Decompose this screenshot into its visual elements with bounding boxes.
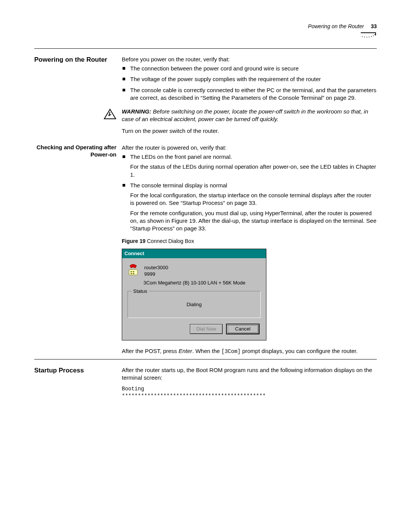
- header-title: Powering on the Router: [308, 23, 364, 30]
- connection-text: router3000 9999: [144, 264, 168, 278]
- turn-on: Turn on the power switch of the router.: [122, 127, 377, 135]
- heading-text: Powering on the Router: [34, 56, 116, 64]
- header-dots-icon: [34, 32, 376, 38]
- body: Before you power on the router, verify t…: [122, 56, 377, 105]
- side-heading: Startup Process: [34, 366, 122, 374]
- bullet-list: The connection between the power cord an…: [122, 65, 377, 102]
- dialog-titlebar: Connect: [122, 249, 266, 258]
- list-item: The console cable is correctly connected…: [122, 86, 377, 102]
- list-item: The console terminal display is normal F…: [122, 182, 377, 233]
- section-powering-on: Powering on the Router Before you power …: [34, 56, 377, 105]
- svg-point-8: [374, 34, 375, 35]
- running-header: Powering on the Router 33: [34, 23, 377, 30]
- status-box: Status Dialing: [127, 291, 261, 318]
- bullet-list: The LEDs on the front panel are normal. …: [122, 153, 377, 232]
- code-line: Booting: [122, 385, 377, 393]
- list-item: The voltage of the power supply complies…: [122, 75, 377, 83]
- enter-key: Enter: [178, 348, 192, 354]
- connection-row: router3000 9999: [127, 264, 261, 278]
- phone-icon: [127, 264, 140, 278]
- list-item: The LEDs on the front panel are normal. …: [122, 153, 377, 179]
- modem-line: 3Com Megahertz (B) 10-100 LAN + 56K Mode: [143, 280, 261, 286]
- connect-dialog: Connect: [122, 249, 266, 340]
- dialog-body: router3000 9999 3Com Megahertz (B) 10-10…: [122, 258, 266, 340]
- side-heading: Checking and Operating after Power-on: [34, 144, 122, 158]
- bullet-sub: For the remote configuration, you must d…: [130, 209, 377, 233]
- status-label: Status: [132, 288, 149, 295]
- t: . When the: [192, 348, 221, 354]
- rule: [34, 359, 377, 359]
- bullet-sub: For the status of the LEDs during normal…: [130, 163, 377, 179]
- warning-body: WARNING: Before switching on the power, …: [122, 108, 377, 139]
- body: After the router starts up, the Boot ROM…: [122, 366, 377, 400]
- svg-point-6: [371, 36, 372, 37]
- post-text: After the POST, press Enter. When the [3…: [122, 347, 377, 355]
- page: Powering on the Router 33 Powering on th…: [0, 0, 411, 423]
- svg-point-2: [362, 36, 363, 37]
- svg-rect-14: [133, 273, 134, 274]
- body: After the router is powered on, verify t…: [122, 144, 377, 359]
- prompt-code: [3Com]: [221, 348, 241, 355]
- section-checking: Checking and Operating after Power-on Af…: [34, 144, 377, 359]
- warning-row: WARNING: Before switching on the power, …: [34, 108, 377, 139]
- list-item: The connection between the power cord an…: [122, 65, 377, 72]
- heading-text: Startup Process: [34, 366, 116, 374]
- figure-label: Figure 19: [122, 238, 145, 244]
- svg-point-5: [369, 37, 370, 37]
- warning-label: WARNING:: [122, 108, 151, 115]
- page-number: 33: [371, 23, 377, 30]
- dial-now-button[interactable]: Dial Now: [190, 324, 223, 334]
- connection-number: 9999: [144, 271, 168, 278]
- intro: Before you power on the router, verify t…: [122, 56, 377, 63]
- dialog-buttons: Dial Now Cancel: [127, 324, 261, 335]
- figure-title: Connect Dialog Box: [145, 238, 194, 244]
- warning-msg: Before switching on the power, locate th…: [122, 108, 368, 122]
- t: After the POST, press: [122, 348, 178, 354]
- svg-rect-12: [133, 271, 134, 272]
- svg-rect-11: [131, 271, 132, 272]
- cancel-button[interactable]: Cancel: [226, 324, 259, 334]
- figure-caption: Figure 19 Connect Dialog Box: [122, 238, 377, 245]
- side-heading: Powering on the Router: [34, 56, 122, 64]
- svg-point-7: [373, 35, 374, 36]
- connection-name: router3000: [144, 264, 168, 271]
- after-figure: After the POST, press Enter. When the [3…: [122, 347, 377, 355]
- status-text: Dialing: [186, 302, 202, 307]
- bullet-text: The console terminal display is normal: [130, 182, 227, 189]
- startup-intro: After the router starts up, the Boot ROM…: [122, 366, 377, 382]
- svg-marker-9: [104, 109, 116, 119]
- heading-text: Checking and Operating after Power-on: [34, 144, 116, 158]
- bullet-sub: For the local configuration, the startup…: [130, 192, 377, 207]
- section-startup: Startup Process After the router starts …: [34, 366, 377, 400]
- rule: [34, 48, 377, 49]
- svg-point-3: [364, 37, 365, 37]
- t: prompt displays, you can configure the r…: [241, 348, 358, 354]
- intro: After the router is powered on, verify t…: [122, 144, 377, 152]
- svg-point-4: [366, 37, 367, 37]
- warning-icon: [34, 108, 122, 120]
- bullet-text: The LEDs on the front panel are normal.: [130, 153, 232, 160]
- svg-rect-13: [131, 273, 132, 274]
- warning-text: WARNING: Before switching on the power, …: [122, 108, 377, 123]
- code-line: ****************************************…: [122, 393, 377, 400]
